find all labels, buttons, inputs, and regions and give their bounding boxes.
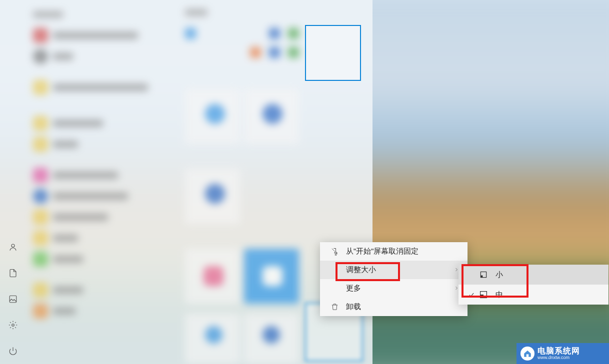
picture-icon [8, 295, 18, 304]
watermark-subtitle: www.dnxtw.com [538, 356, 580, 361]
check-icon [466, 291, 478, 298]
menu-more-label: 更多 [346, 284, 458, 293]
svg-rect-4 [10, 296, 16, 303]
selected-tile-small[interactable] [305, 25, 361, 81]
user-icon [8, 243, 18, 252]
settings-button[interactable] [0, 312, 26, 338]
start-left-rail [0, 0, 26, 364]
user-button[interactable] [0, 234, 26, 260]
svg-rect-9 [480, 276, 482, 278]
medium-tile-icon [478, 291, 490, 299]
watermark-logo-icon [520, 347, 534, 361]
watermark-title: 电脑系统网 [538, 347, 580, 356]
resize-submenu: 小 中 [458, 265, 608, 305]
svg-rect-11 [480, 295, 484, 298]
svg-point-5 [12, 324, 14, 327]
size-medium[interactable]: 中 [458, 285, 608, 305]
start-menu [0, 0, 372, 364]
small-tile-icon [478, 271, 490, 279]
menu-resize-label: 调整大小 [346, 265, 458, 275]
menu-more[interactable]: 更多 [320, 279, 468, 298]
menu-unpin-label: 从"开始"屏幕取消固定 [346, 247, 458, 256]
unpin-icon [329, 246, 340, 257]
app-list-blurred [26, 4, 181, 364]
hamburger-button[interactable] [0, 5, 26, 31]
menu-uninstall-label: 卸载 [346, 302, 458, 312]
gear-icon [8, 321, 18, 330]
power-button[interactable] [0, 338, 26, 364]
context-menu: 从"开始"屏幕取消固定 调整大小 更多 卸载 [320, 242, 468, 316]
menu-resize[interactable]: 调整大小 [320, 261, 468, 279]
svg-rect-12 [526, 355, 529, 357]
svg-point-3 [12, 244, 14, 247]
size-small[interactable]: 小 [458, 265, 608, 285]
hamburger-icon [0, 5, 26, 31]
documents-button[interactable] [0, 260, 26, 286]
power-icon [8, 347, 18, 356]
document-icon [8, 269, 18, 278]
svg-line-7 [332, 249, 337, 254]
menu-unpin-from-start[interactable]: 从"开始"屏幕取消固定 [320, 242, 468, 261]
size-medium-label: 中 [496, 290, 503, 300]
pictures-button[interactable] [0, 286, 26, 312]
trash-icon [329, 302, 340, 313]
size-small-label: 小 [496, 270, 503, 280]
watermark: 电脑系统网 www.dnxtw.com [516, 343, 609, 364]
menu-uninstall[interactable]: 卸载 [320, 298, 468, 316]
